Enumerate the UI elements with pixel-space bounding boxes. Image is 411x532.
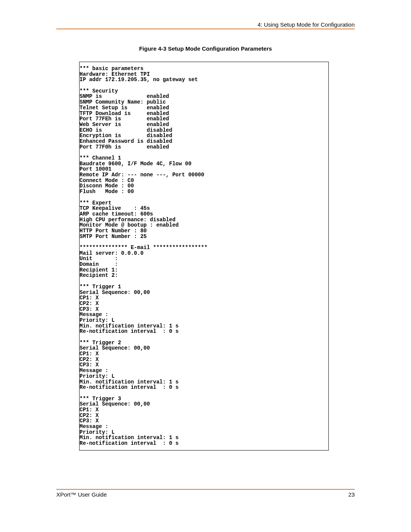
page-footer: XPort™ User Guide 23 (56, 489, 355, 498)
page-number: 23 (348, 491, 355, 498)
figure-caption: Figure 4-3 Setup Mode Configuration Para… (56, 45, 355, 52)
footer-row: XPort™ User Guide 23 (56, 491, 355, 498)
header-rule (56, 29, 355, 29)
doc-title: XPort™ User Guide (56, 491, 107, 498)
chapter-header: 4: Using Setup Mode for Configuration (56, 21, 355, 29)
terminal-output: *** basic parameters Hardware: Ethernet … (79, 62, 329, 451)
footer-rule (56, 489, 355, 490)
document-page: 4: Using Setup Mode for Configuration Fi… (0, 0, 411, 532)
